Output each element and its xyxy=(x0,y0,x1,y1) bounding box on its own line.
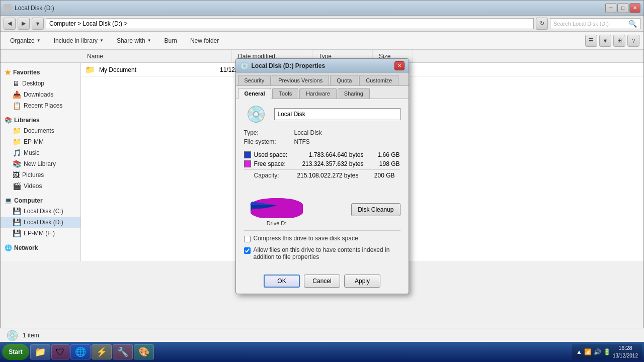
compress-checkbox[interactable] xyxy=(244,236,251,242)
disk-d-icon: 💾 xyxy=(13,218,21,226)
status-disk-icon: 💿 xyxy=(6,329,19,341)
pictures-icon: 🖼 xyxy=(13,171,20,179)
sidebar-item-local-d[interactable]: 💾 Local Disk (D:) xyxy=(1,217,80,228)
ok-button[interactable]: OK xyxy=(264,275,300,288)
share-with-button[interactable]: Share with ▼ xyxy=(111,34,157,47)
window-icon xyxy=(4,4,12,12)
status-bar: 💿 1 item xyxy=(0,328,644,342)
address-path[interactable]: Computer > Local Disk (D:) > xyxy=(46,18,534,29)
cancel-button[interactable]: Cancel xyxy=(304,275,340,288)
tab-tools[interactable]: Tools xyxy=(272,88,298,99)
preview-pane-button[interactable]: ⊞ xyxy=(613,35,625,47)
title-bar: Local Disk (D:) ─ □ ✕ xyxy=(1,1,643,16)
desktop-icon: 🖥 xyxy=(13,79,20,87)
search-placeholder: Search Local Disk (D:) xyxy=(553,21,609,27)
tray-volume-icon[interactable]: 🔊 xyxy=(594,348,601,355)
used-space-row: Used space: 1.783.664.640 bytes 1.66 GB xyxy=(244,151,400,158)
sidebar-item-new-library[interactable]: 📚 New Library xyxy=(1,158,80,169)
sidebar-item-videos[interactable]: 🎬 Videos xyxy=(1,180,80,192)
back-button[interactable]: ◀ xyxy=(4,18,16,30)
window-close-button[interactable]: ✕ xyxy=(629,3,640,13)
tab-quota[interactable]: Quota xyxy=(330,75,358,85)
organize-arrow-icon: ▼ xyxy=(37,38,41,43)
tab-general[interactable]: General xyxy=(238,88,272,99)
favorites-header[interactable]: ★ Favorites xyxy=(1,67,80,78)
properties-dialog: 💿 Local Disk (D:) Properties ✕ Security … xyxy=(235,58,409,294)
sidebar-item-local-c[interactable]: 💾 Local Disk (C:) xyxy=(1,206,80,217)
tab-security[interactable]: Security xyxy=(238,75,271,85)
index-label: Allow files on this drive to have conten… xyxy=(254,246,400,260)
network-section: 🌐 Network xyxy=(1,243,80,253)
sidebar-item-music[interactable]: 🎵 Music xyxy=(1,147,80,158)
toolbar: Organize ▼ Include in library ▼ Share wi… xyxy=(1,32,643,50)
libraries-header[interactable]: 📚 Libraries xyxy=(1,115,80,125)
sidebar-item-recent-places[interactable]: 📋 Recent Places xyxy=(1,100,80,111)
taskbar-app3-button[interactable]: 🎨 xyxy=(134,344,154,359)
tab-sharing[interactable]: Sharing xyxy=(338,88,370,99)
organize-button[interactable]: Organize ▼ xyxy=(5,34,46,47)
compress-checkbox-row: Compress this drive to save disk space xyxy=(244,235,400,242)
new-library-label: New Library xyxy=(24,160,56,167)
free-space-color xyxy=(244,160,251,167)
type-label: Type: xyxy=(244,129,294,136)
videos-icon: 🎬 xyxy=(13,182,21,190)
compress-label: Compress this drive to save disk space xyxy=(254,235,400,242)
tray-battery-icon[interactable]: 🔋 xyxy=(603,348,611,355)
col-name[interactable]: Name xyxy=(81,50,232,62)
sidebar-item-documents[interactable]: 📁 Documents xyxy=(1,125,80,136)
disk-f-icon: 💾 xyxy=(13,229,21,237)
network-header[interactable]: 🌐 Network xyxy=(1,243,80,253)
capacity-gb: 200 GB xyxy=(365,172,395,179)
include-in-library-button[interactable]: Include in library ▼ xyxy=(48,34,109,47)
favorites-label: Favorites xyxy=(13,69,40,76)
disk-name-input[interactable] xyxy=(274,108,400,120)
drive-label: Drive D: xyxy=(267,220,287,226)
new-folder-button[interactable]: New folder xyxy=(185,34,224,47)
used-space-gb: 1.66 GB xyxy=(370,151,400,158)
search-box[interactable]: Search Local Disk (D:) 🔍 xyxy=(550,18,640,29)
sidebar-item-pictures[interactable]: 🖼 Pictures xyxy=(1,169,80,180)
disk-big-icon: 💿 xyxy=(244,105,268,123)
tray-network-icon[interactable]: 📶 xyxy=(584,348,592,355)
computer-section: 💻 Computer 💾 Local Disk (C:) 💾 Local Dis… xyxy=(1,196,80,239)
tray-show-hidden-icon[interactable]: ▲ xyxy=(576,348,582,355)
help-button[interactable]: ? xyxy=(627,35,639,47)
taskbar-browser-button[interactable]: 🌐 xyxy=(70,344,91,359)
recent-locations-button[interactable]: ▼ xyxy=(32,18,44,30)
sidebar-item-downloads[interactable]: 📥 Downloads xyxy=(1,89,80,100)
apply-button[interactable]: Apply xyxy=(344,275,380,288)
favorites-section: ★ Favorites 🖥 Desktop 📥 Downloads 📋 Rece… xyxy=(1,67,80,111)
taskbar-explorer-button[interactable]: 📁 xyxy=(30,344,50,359)
tray-clock[interactable]: 16:28 13/12/2012 xyxy=(613,344,638,359)
taskbar-app2-button[interactable]: 🔧 xyxy=(113,344,133,359)
address-bar: ◀ ▶ ▼ Computer > Local Disk (D:) > ↻ Sea… xyxy=(1,16,643,32)
dialog-close-button[interactable]: ✕ xyxy=(394,61,405,70)
filesystem-value: NTFS xyxy=(294,138,310,145)
window-controls: ─ □ ✕ xyxy=(605,3,640,13)
minimize-button[interactable]: ─ xyxy=(605,3,616,13)
dialog-tab-row-1: Security Previous Versions Quota Customi… xyxy=(236,73,409,86)
filesystem-label: File system: xyxy=(244,138,294,145)
taskbar-app1-button[interactable]: ⚡ xyxy=(92,344,112,359)
music-icon: 🎵 xyxy=(13,149,21,157)
maximize-button[interactable]: □ xyxy=(617,3,628,13)
sidebar-item-ep-mm-f[interactable]: 💾 EP-MM (F:) xyxy=(1,228,80,239)
tab-customize[interactable]: Customize xyxy=(359,75,398,85)
computer-icon: 💻 xyxy=(5,197,12,204)
view-options-button[interactable]: ▼ xyxy=(599,35,611,47)
tab-hardware[interactable]: Hardware xyxy=(299,88,337,99)
start-button[interactable]: Start xyxy=(2,344,29,360)
view-toggle-button[interactable]: ☰ xyxy=(585,35,597,47)
computer-header[interactable]: 💻 Computer xyxy=(1,196,80,206)
sidebar-item-ep-mm[interactable]: 📁 EP-MM xyxy=(1,136,80,147)
burn-button[interactable]: Burn xyxy=(159,34,183,47)
refresh-button[interactable]: ↻ xyxy=(536,18,548,30)
disk-cleanup-button[interactable]: Disk Cleanup xyxy=(351,203,400,216)
taskbar-antivirus-button[interactable]: 🛡 xyxy=(51,344,69,359)
tab-previous-versions[interactable]: Previous Versions xyxy=(272,75,329,85)
forward-button[interactable]: ▶ xyxy=(18,18,30,30)
capacity-row: Capacity: 215.108.022.272 bytes 200 GB xyxy=(244,172,400,179)
dialog-tab-row-2: General Tools Hardware Sharing xyxy=(236,86,409,99)
sidebar-item-desktop[interactable]: 🖥 Desktop xyxy=(1,78,80,89)
index-checkbox[interactable] xyxy=(244,247,251,254)
